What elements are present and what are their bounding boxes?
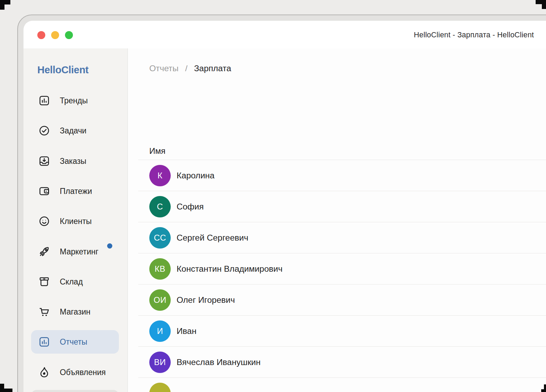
crop-mark-top-right <box>542 0 546 9</box>
breadcrumb-separator: / <box>185 64 188 73</box>
table-row[interactable]: ОИОлег Игоревич <box>138 284 546 316</box>
smiley-icon <box>38 215 50 227</box>
minimize-button[interactable] <box>51 31 59 39</box>
box-icon <box>38 276 50 288</box>
wallet-icon <box>38 185 50 197</box>
cart-icon <box>38 306 50 318</box>
avatar: КВ <box>149 258 171 280</box>
breadcrumb: Отчеты / Зарплата <box>149 64 231 73</box>
app-logo[interactable]: HelloClient <box>37 64 88 76</box>
page-title: Зарплата <box>194 64 231 73</box>
titlebar: HelloClient - Зарплата - HelloClient <box>23 21 546 48</box>
employee-name: София <box>177 202 204 212</box>
avatar: К <box>149 165 171 186</box>
employee-name: Вячеслав Иванушкин <box>177 357 261 367</box>
crop-mark-bottom-right <box>541 389 546 392</box>
employee-name: Иван <box>177 326 197 336</box>
avatar <box>149 383 171 392</box>
sidebar-item-label: Магазин <box>60 307 91 317</box>
table-row[interactable]: ККаролина <box>138 160 546 191</box>
table-row[interactable]: СССергей Сергеевич <box>138 222 546 253</box>
sidebar-item-8[interactable]: Отчеты <box>31 330 119 354</box>
avatar: ВИ <box>149 352 171 373</box>
window-title: HelloClient - Зарплата - HelloClient <box>414 31 534 39</box>
bar-chart-icon <box>38 95 50 106</box>
table-row[interactable]: КВКонстантин Владимирович <box>138 253 546 284</box>
sidebar-item-9[interactable]: Объявления <box>31 361 119 384</box>
employee-name: Олег Игоревич <box>177 295 235 305</box>
check-circle-icon <box>38 125 50 137</box>
sidebar: HelloClient ТрендыЗадачиЗаказыПлатежиКли… <box>23 48 128 392</box>
sidebar-item-6[interactable]: Склад <box>31 270 119 293</box>
sidebar-item-4[interactable]: Клиенты <box>31 209 119 233</box>
sidebar-item-label: Клиенты <box>60 217 92 226</box>
table-row[interactable]: ССофия <box>138 191 546 222</box>
breadcrumb-reports-link[interactable]: Отчеты <box>149 64 179 73</box>
flame-icon <box>38 366 50 378</box>
sidebar-item-label: Маркетинг <box>60 247 98 256</box>
employee-table-body: ККаролинаССофияСССергей СергеевичКВКонст… <box>138 160 546 392</box>
avatar: СС <box>149 227 171 249</box>
sidebar-item-label: Отчеты <box>60 337 87 347</box>
sidebar-item-0[interactable]: Тренды <box>31 89 119 112</box>
sidebar-item-label: Задачи <box>60 126 86 136</box>
employee-name: Сергей Сергеевич <box>177 233 248 243</box>
sidebar-item-label: Платежи <box>60 186 92 196</box>
avatar: И <box>149 320 171 342</box>
avatar: С <box>149 196 171 217</box>
zoom-button[interactable] <box>65 31 73 39</box>
bar-chart-icon <box>38 336 50 348</box>
close-button[interactable] <box>37 31 45 39</box>
sidebar-item-7[interactable]: Магазин <box>31 300 119 324</box>
sidebar-item-3[interactable]: Платежи <box>31 179 119 203</box>
sidebar-item-partial[interactable] <box>31 390 119 392</box>
column-header-name: Имя <box>149 146 166 156</box>
sidebar-item-label: Объявления <box>60 367 106 377</box>
sidebar-item-2[interactable]: Заказы <box>31 149 119 173</box>
sidebar-item-label: Склад <box>60 277 83 286</box>
crop-mark-top-left <box>0 0 4 10</box>
notification-dot <box>107 243 112 249</box>
avatar: ОИ <box>149 289 171 311</box>
sidebar-item-1[interactable]: Задачи <box>31 119 119 142</box>
employee-name: Константин Владимирович <box>177 264 283 274</box>
sidebar-item-5[interactable]: Маркетинг <box>31 240 119 263</box>
sidebar-item-label: Тренды <box>60 96 88 105</box>
sidebar-item-label: Заказы <box>60 156 86 166</box>
main-content: Отчеты / Зарплата Имя ККаролинаССофияССС… <box>128 48 546 392</box>
crop-mark-bottom-left <box>0 389 12 392</box>
table-row[interactable]: ИИван <box>138 316 546 347</box>
rocket-icon <box>38 246 50 258</box>
table-row[interactable] <box>138 378 546 392</box>
table-row[interactable]: ВИВячеслав Иванушкин <box>138 347 546 378</box>
inbox-icon <box>38 155 50 167</box>
employee-name: Каролина <box>177 171 215 180</box>
